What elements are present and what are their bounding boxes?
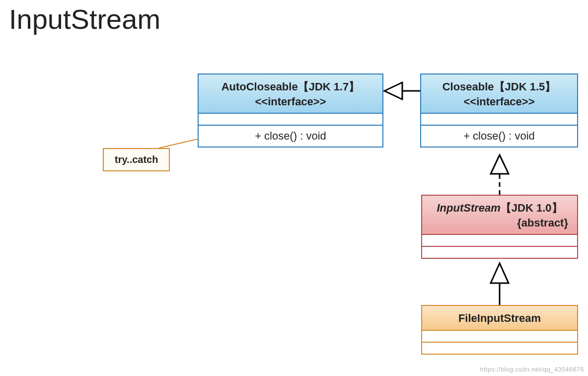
- class-name-text: InputStream: [437, 202, 500, 214]
- note-connector: [159, 139, 198, 148]
- abstract-modifier: {abstract}: [426, 216, 573, 230]
- arrow-fileinputstream-to-inputstream: [491, 263, 509, 305]
- uml-empty-compartment: [422, 247, 577, 258]
- uml-note-trycatch: try..catch: [103, 148, 170, 171]
- uml-class-autocloseable: AutoCloseable【JDK 1.7】 <<interface>> + c…: [198, 74, 383, 148]
- class-version: 【JDK 1.0】: [501, 202, 563, 214]
- uml-method: + close() : void: [421, 126, 577, 147]
- class-name: Closeable【JDK 1.5】: [425, 79, 573, 94]
- svg-marker-5: [491, 263, 509, 283]
- uml-class-inputstream: InputStream【JDK 1.0】 {abstract}: [421, 195, 578, 259]
- page-title: InputStream: [9, 3, 160, 35]
- uml-header: AutoCloseable【JDK 1.7】 <<interface>>: [199, 75, 382, 114]
- uml-empty-compartment: [422, 331, 577, 343]
- uml-header: FileInputStream: [422, 306, 577, 331]
- svg-line-6: [159, 139, 198, 148]
- uml-class-closeable: Closeable【JDK 1.5】 <<interface>> + close…: [420, 74, 578, 148]
- class-name: FileInputStream: [426, 311, 573, 326]
- class-name: InputStream【JDK 1.0】: [426, 201, 573, 216]
- uml-empty-compartment: [422, 235, 577, 247]
- svg-marker-1: [384, 82, 402, 99]
- watermark-text: https://blog.csdn.net/qq_43546676: [480, 366, 584, 373]
- stereotype-label: <<interface>>: [425, 94, 573, 109]
- uml-empty-compartment: [421, 114, 577, 126]
- arrow-inputstream-to-closeable: [491, 155, 509, 195]
- svg-marker-3: [491, 155, 509, 174]
- uml-class-fileinputstream: FileInputStream: [421, 305, 578, 355]
- uml-empty-compartment: [422, 343, 577, 354]
- uml-empty-compartment: [199, 114, 382, 126]
- stereotype-label: <<interface>>: [203, 94, 378, 109]
- class-name: AutoCloseable【JDK 1.7】: [203, 79, 378, 94]
- uml-header: InputStream【JDK 1.0】 {abstract}: [422, 196, 577, 235]
- uml-header: Closeable【JDK 1.5】 <<interface>>: [421, 75, 577, 114]
- arrow-closeable-to-autocloseable: [384, 82, 420, 99]
- uml-method: + close() : void: [199, 126, 382, 147]
